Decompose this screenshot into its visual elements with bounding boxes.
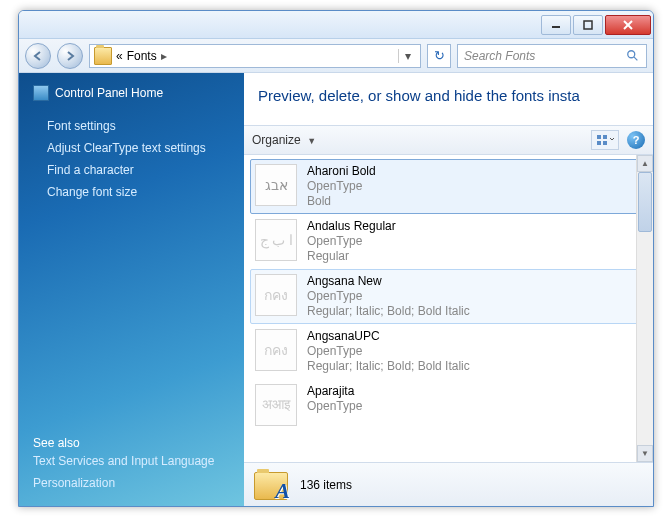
font-type: OpenType	[307, 234, 396, 249]
font-info: AngsanaUPCOpenTypeRegular; Italic; Bold;…	[307, 329, 470, 374]
refresh-button[interactable]: ↻	[427, 44, 451, 68]
font-name: Aharoni Bold	[307, 164, 376, 179]
font-item[interactable]: אבגAharoni BoldOpenTypeBold	[250, 159, 647, 214]
address-row: « Fonts ▸ ▾ ↻ Search Fonts	[19, 39, 653, 73]
font-type: OpenType	[307, 344, 470, 359]
font-name: Andalus Regular	[307, 219, 396, 234]
organize-button[interactable]: Organize ▼	[252, 133, 316, 147]
breadcrumb-chevron[interactable]: ▸	[161, 49, 167, 63]
font-file-icon: ا ب ج	[255, 219, 297, 261]
font-style: Bold	[307, 194, 376, 209]
font-file-icon: กคง	[255, 274, 297, 316]
svg-rect-9	[603, 141, 607, 145]
font-item[interactable]: กคงAngsanaUPCOpenTypeRegular; Italic; Bo…	[250, 324, 647, 379]
close-button[interactable]	[605, 15, 651, 35]
fonts-window: « Fonts ▸ ▾ ↻ Search Fonts Control Panel…	[18, 10, 654, 507]
address-dropdown[interactable]: ▾	[398, 49, 416, 63]
control-panel-home[interactable]: Control Panel Home	[33, 85, 230, 101]
font-style: Regular; Italic; Bold; Bold Italic	[307, 304, 470, 319]
address-bar[interactable]: « Fonts ▸ ▾	[89, 44, 421, 68]
font-item[interactable]: กคงAngsana NewOpenTypeRegular; Italic; B…	[250, 269, 647, 324]
font-item[interactable]: ا ب جAndalus RegularOpenTypeRegular	[250, 214, 647, 269]
font-type: OpenType	[307, 289, 470, 304]
svg-rect-6	[597, 135, 601, 139]
titlebar	[19, 11, 653, 39]
sidebar-link-cleartype[interactable]: Adjust ClearType text settings	[47, 141, 230, 155]
search-placeholder: Search Fonts	[464, 49, 535, 63]
font-item[interactable]: अआइAparajitaOpenType	[250, 379, 647, 431]
scrollbar[interactable]: ▲ ▼	[636, 155, 653, 462]
svg-line-5	[634, 56, 638, 60]
page-title: Preview, delete, or show and hide the fo…	[244, 73, 653, 125]
arrow-left-icon	[32, 50, 44, 62]
font-info: Andalus RegularOpenTypeRegular	[307, 219, 396, 264]
help-icon: ?	[633, 134, 640, 146]
scroll-down-button[interactable]: ▼	[637, 445, 653, 462]
cp-home-label: Control Panel Home	[55, 86, 163, 100]
main-pane: Preview, delete, or show and hide the fo…	[244, 73, 653, 506]
folder-icon	[94, 47, 112, 65]
view-options-button[interactable]	[591, 130, 619, 150]
refresh-icon: ↻	[434, 48, 445, 63]
font-name: Angsana New	[307, 274, 470, 289]
svg-point-4	[628, 50, 635, 57]
font-file-icon: अआइ	[255, 384, 297, 426]
scroll-up-button[interactable]: ▲	[637, 155, 653, 172]
font-name: AngsanaUPC	[307, 329, 470, 344]
back-button[interactable]	[25, 43, 51, 69]
font-info: Angsana NewOpenTypeRegular; Italic; Bold…	[307, 274, 470, 319]
view-icon	[596, 134, 614, 146]
breadcrumb-label[interactable]: Fonts	[127, 49, 157, 63]
help-button[interactable]: ?	[627, 131, 645, 149]
svg-rect-8	[597, 141, 601, 145]
search-icon	[626, 49, 640, 63]
font-type: OpenType	[307, 179, 376, 194]
search-box[interactable]: Search Fonts	[457, 44, 647, 68]
chevron-down-icon: ▼	[305, 136, 316, 146]
sidebar-link-find-char[interactable]: Find a character	[47, 163, 230, 177]
forward-button[interactable]	[57, 43, 83, 69]
toolbar: Organize ▼ ?	[244, 125, 653, 155]
fonts-folder-icon: A	[254, 468, 288, 502]
font-info: Aharoni BoldOpenTypeBold	[307, 164, 376, 209]
svg-rect-1	[584, 21, 592, 29]
item-count: 136 items	[300, 478, 352, 492]
maximize-button[interactable]	[573, 15, 603, 35]
see-also-heading: See also	[33, 436, 230, 450]
arrow-right-icon	[64, 50, 76, 62]
font-style: Regular; Italic; Bold; Bold Italic	[307, 359, 470, 374]
window-body: Control Panel Home Font settings Adjust …	[19, 73, 653, 506]
font-file-icon: אבג	[255, 164, 297, 206]
font-style: Regular	[307, 249, 396, 264]
see-also-personalization[interactable]: Personalization	[33, 476, 230, 490]
font-file-icon: กคง	[255, 329, 297, 371]
font-type: OpenType	[307, 399, 362, 414]
minimize-button[interactable]	[541, 15, 571, 35]
sidebar-link-font-settings[interactable]: Font settings	[47, 119, 230, 133]
status-bar: A 136 items	[244, 462, 653, 506]
scroll-thumb[interactable]	[638, 172, 652, 232]
control-panel-icon	[33, 85, 49, 101]
sidebar: Control Panel Home Font settings Adjust …	[19, 73, 244, 506]
svg-rect-7	[603, 135, 607, 139]
font-name: Aparajita	[307, 384, 362, 399]
see-also-text-services[interactable]: Text Services and Input Language	[33, 454, 230, 468]
breadcrumb-prefix: «	[116, 49, 123, 63]
font-list: אבגAharoni BoldOpenTypeBoldا ب جAndalus …	[244, 155, 653, 462]
font-info: AparajitaOpenType	[307, 384, 362, 426]
sidebar-link-font-size[interactable]: Change font size	[47, 185, 230, 199]
